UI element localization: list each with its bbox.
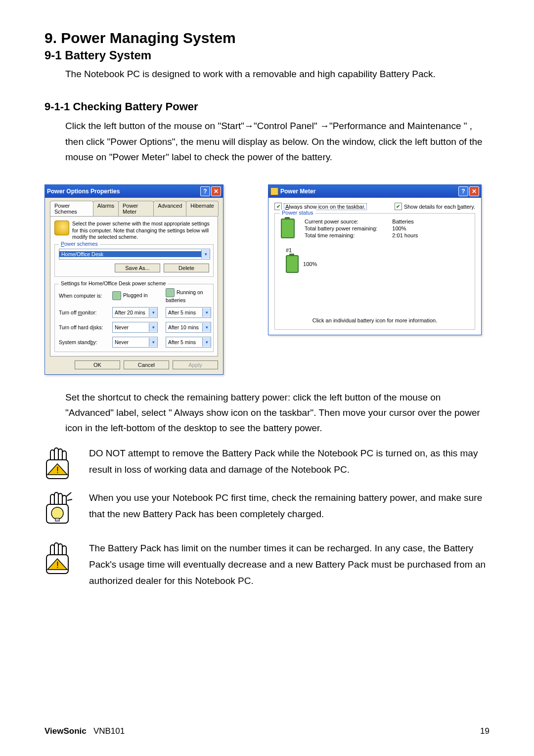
dialog-body: Always show icon on the taskbar. Show de… (268, 198, 481, 335)
disks-battery-select[interactable]: After 10 mins▾ (166, 322, 211, 333)
battery-small-icon[interactable] (286, 255, 299, 273)
delete-button[interactable]: Delete (164, 264, 209, 272)
help-button[interactable]: ? (200, 186, 210, 196)
chevron-down-icon: ▾ (202, 323, 211, 332)
intro-paragraph: The Notebook PC is designed to work with… (44, 66, 490, 82)
footer-page-number: 19 (480, 726, 490, 736)
checkbox-icon (395, 203, 402, 210)
label-turn-off-monitor: Turn off monitor: (59, 310, 108, 315)
dialog-body: Power Schemes Alarms Power Meter Advance… (45, 198, 223, 374)
note-text: When you use your Notebook PC first time… (89, 489, 490, 523)
tab-power-meter[interactable]: Power Meter (118, 201, 154, 216)
value-time: 2:01 hours (392, 232, 418, 238)
shortcut-paragraph: Set the shortcut to check the remaining … (44, 390, 490, 436)
chevron-down-icon: ▾ (202, 338, 211, 347)
checkbox-label-focus: Always show icon on the taskbar. (284, 203, 367, 210)
scheme-select[interactable]: Home/Office Desk ▾ (59, 249, 210, 260)
apply-button[interactable]: Apply (173, 360, 218, 369)
monitor-plugged-select[interactable]: After 20 mins▾ (112, 307, 158, 318)
chevron-down-icon: ▾ (149, 323, 157, 332)
ok-button[interactable]: OK (75, 360, 120, 369)
note-tip: When you use your Notebook PC first time… (44, 489, 490, 525)
help-button[interactable]: ? (458, 186, 468, 196)
settings-group: Settings for Home/Office Desk power sche… (54, 284, 214, 352)
power-status-group: Power status Current power source: Batte… (274, 213, 475, 330)
hand-tip-icon (44, 489, 74, 525)
note-warning: ! DO NOT attempt to remove the Battery P… (44, 445, 490, 481)
note-warning: ! The Battery Pack has limit on the numb… (44, 540, 490, 589)
battery-large-icon (281, 219, 295, 238)
label-source: Current power source: (305, 219, 377, 224)
label-when-computer: When computer is: (59, 293, 108, 299)
dialog-title: Power Meter (280, 188, 457, 195)
battery-icon (166, 288, 175, 297)
checkbox-icon (274, 203, 282, 210)
value-source: Batteries (392, 219, 418, 224)
svg-rect-7 (55, 518, 59, 521)
group-label-settings: Settings for Home/Office Desk power sche… (59, 280, 168, 286)
battery-number: #1 (286, 247, 469, 253)
label-on-batteries: Running on batteries (166, 288, 215, 303)
screenshot-row: Power Options Properties ? ✕ Power Schem… (44, 184, 490, 374)
tab-alarms[interactable]: Alarms (93, 201, 119, 216)
save-as-button[interactable]: Save As... (115, 264, 160, 272)
plug-icon (54, 221, 69, 235)
tab-panel: Select the power scheme with the most ap… (50, 216, 218, 356)
label-system-standby: System standby: (59, 339, 108, 345)
chevron-down-icon: ▾ (201, 250, 210, 259)
dialog-titlebar[interactable]: Power Meter ? ✕ (268, 185, 481, 198)
svg-line-4 (66, 492, 71, 496)
svg-line-5 (67, 499, 72, 500)
note-text: DO NOT attempt to remove the Battery Pac… (89, 445, 490, 478)
disks-plugged-select[interactable]: Never▾ (112, 322, 158, 333)
svg-text:!: ! (56, 465, 59, 475)
battery-hint: Click an individual battery icon for mor… (281, 317, 469, 323)
heading-section: 9-1 Battery System (44, 48, 490, 62)
close-button[interactable]: ✕ (469, 186, 479, 196)
plugged-in-icon (112, 291, 121, 300)
group-label-schemes: Power schemes (59, 241, 100, 247)
chevron-down-icon: ▾ (149, 338, 157, 347)
label-plugged-in: Plugged in (112, 291, 162, 300)
group-label-status: Power status (280, 210, 315, 216)
hand-warning-icon: ! (44, 540, 74, 576)
power-schemes-group: Power schemes Home/Office Desk ▾ Save As… (54, 244, 214, 277)
document-page: 9. Power Managing System 9-1 Battery Sys… (0, 0, 534, 756)
tab-advanced[interactable]: Advanced (153, 201, 186, 216)
tab-hibernate[interactable]: Hibernate (186, 201, 219, 216)
standby-battery-select[interactable]: After 5 mins▾ (166, 337, 211, 348)
heading-chapter: 9. Power Managing System (44, 30, 490, 46)
dialog-title: Power Options Properties (47, 188, 199, 195)
standby-plugged-select[interactable]: Never▾ (112, 337, 158, 348)
battery-percent: 100% (303, 261, 317, 267)
monitor-battery-select[interactable]: After 5 mins▾ (166, 307, 211, 318)
power-options-dialog: Power Options Properties ? ✕ Power Schem… (44, 184, 223, 374)
scheme-select-value: Home/Office Desk (59, 251, 201, 257)
chevron-down-icon: ▾ (202, 308, 211, 317)
hand-warning-icon: ! (44, 445, 74, 481)
checkbox-details[interactable]: Show details for each battery. (395, 203, 475, 210)
label-turn-off-disks: Turn off hard disks: (59, 324, 108, 330)
checkbox-taskbar[interactable]: Always show icon on the taskbar. (274, 203, 367, 210)
chevron-down-icon: ▾ (149, 308, 157, 317)
label-time: Total time remaining: (305, 232, 377, 238)
scheme-description: Select the power scheme with the most ap… (72, 221, 214, 240)
label-remaining: Total battery power remaining: (305, 225, 377, 231)
tab-power-schemes[interactable]: Power Schemes (50, 201, 93, 216)
note-text: The Battery Pack has limit on the number… (89, 540, 490, 589)
cancel-button[interactable]: Cancel (124, 360, 169, 369)
heading-subsection: 9-1-1 Checking Battery Power (44, 100, 490, 113)
power-meter-dialog: Power Meter ? ✕ Always show icon on the … (268, 184, 482, 335)
dialog-titlebar[interactable]: Power Options Properties ? ✕ (45, 185, 223, 198)
close-button[interactable]: ✕ (211, 186, 221, 196)
tab-strip: Power Schemes Alarms Power Meter Advance… (50, 201, 218, 217)
svg-point-6 (51, 507, 63, 519)
footer-brand: ViewSonic VNB101 (44, 726, 125, 736)
checkbox-label: Show details for each battery. (404, 204, 475, 210)
battery-icon (270, 187, 278, 195)
page-footer: ViewSonic VNB101 19 (44, 726, 490, 736)
checking-paragraph: Click the left button of the mouse on "S… (44, 118, 490, 165)
svg-text:!: ! (56, 560, 59, 570)
value-remaining: 100% (392, 225, 418, 231)
